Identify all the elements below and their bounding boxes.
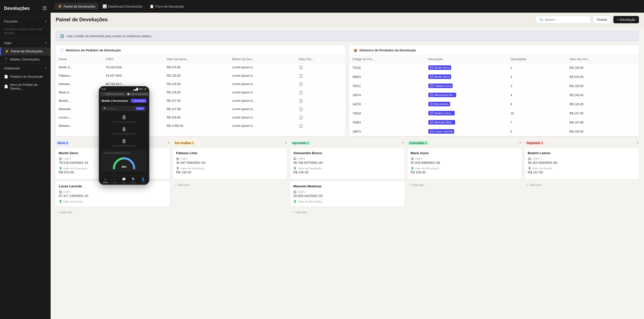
historico-pedidos-title: Histórico de Pedidos de Devolução [66, 48, 121, 52]
kanban-field-cnpj-value: 59.153.926/0001-60 [528, 161, 636, 165]
cell-nome: Maria A... [56, 88, 103, 97]
col-quantidade: Quantidade [508, 55, 567, 63]
mobile-status-bar: 9:41 ▂▄█ WiFi ⚡ [99, 87, 149, 91]
chat-icon: 💬 [122, 177, 126, 181]
kanban-add-new[interactable]: + Add new [525, 181, 639, 189]
kanban-field-cnpj-label: 🏢 CNPJ [176, 157, 284, 160]
cell-devolucao: Alessandro Bo... [425, 91, 508, 100]
nav-tab-painel[interactable]: ⚡ Painel de Devoluções [55, 3, 98, 10]
sidebar-item-itens[interactable]: 📄 Itens do Pedido de Devolu... [0, 81, 51, 92]
cell-valor-prod: R$ 130.00 [567, 82, 639, 91]
cell-valor: R$ 155.00 [164, 113, 229, 122]
search-box[interactable]: 🔍 [536, 16, 591, 23]
cell-motivo: Lorem ipsum d... [229, 63, 296, 72]
sidebar-item-painel[interactable]: ⚡ Painel de Devoluções [0, 47, 51, 55]
historico-produtos-table: Código do Pro... Devolução Quantidade Va… [349, 55, 639, 136]
kanban-add-new[interactable]: + Add new [173, 181, 287, 189]
kanban-col-title: Aprovado 2 [290, 141, 311, 145]
cell-quantidade: 2 [508, 63, 567, 72]
cell-nota[interactable]: 📋 [296, 113, 345, 122]
mobile-nav-home[interactable]: ⌂ Home [103, 177, 108, 183]
devolucao-button[interactable]: + Devolução [613, 16, 639, 23]
cell-nota[interactable]: 📋 [296, 80, 345, 88]
historico-produtos-table-wrapper: Código do Pro... Devolução Quantidade Va… [349, 55, 639, 136]
sidebar-item-mobile[interactable]: 📱 Mobile | Devoluções [0, 55, 51, 64]
cell-nota[interactable]: 📋 [296, 88, 345, 97]
kanban-col-title: Novo 3 [56, 141, 70, 145]
cell-codigo: 14578 [349, 100, 425, 109]
cell-nome: Bárbara ... [56, 122, 103, 130]
mobile-nav-tasks[interactable]: ✓ Tasks [113, 177, 117, 183]
nav-tab-dashboard[interactable]: 📊 Dashboard Devoluções [99, 3, 146, 10]
cell-nota[interactable]: 📋 [296, 63, 345, 72]
mobile-preview: 9:41 ▂▄█ WiFi ⚡ 📱 Mobile | Devoluções 📋 … [99, 86, 149, 185]
search-input[interactable] [545, 18, 587, 22]
kanban-field-cnpj-value: 48.768.647/0001-94 [293, 161, 401, 165]
mobile-stat-ano: 8 Número de Pedidos (Ano) [102, 138, 147, 147]
plus-icon: + [527, 183, 529, 187]
sidebar-item-pedidos[interactable]: 📄 Pedidos de Devolução [0, 73, 51, 81]
kanban-field-cnpj-label: 🏢 CNPJ [411, 157, 519, 160]
pedido-button[interactable]: Pedido [593, 16, 611, 24]
databases-label: Databases [4, 66, 20, 70]
cell-nome: Alessan... [56, 80, 103, 88]
cell-valor-prod: R$ 145.00 [567, 91, 639, 100]
apps-header[interactable]: Apps ▾ [0, 38, 51, 47]
cell-valor: R$ 145.00 [164, 80, 229, 88]
kanban-add-icon[interactable]: + [167, 140, 170, 146]
cnpj-icon: 🏢 [176, 157, 179, 160]
kanban-add-icon[interactable]: + [285, 140, 287, 146]
plus-icon: + [292, 211, 294, 214]
mobile-pedido-button[interactable]: Pedido [136, 107, 145, 110]
chevron-down-icon: ▾ [45, 41, 47, 45]
kanban-field-valor-label: 💲 Valor da Devolução [411, 167, 519, 170]
content-header: Painel de Devoluções 🔍 Pedido + Devoluçã… [51, 13, 644, 27]
cell-quantidade: 7 [508, 118, 567, 127]
cell-nota[interactable]: 📋 [296, 105, 345, 113]
cell-nota[interactable]: 📋 [296, 122, 345, 130]
mobile-nav-chat-label: Chat [122, 182, 126, 183]
table-icon: 📄 [4, 75, 8, 79]
cell-valor: R$ 130.00 [164, 72, 229, 80]
kanban-column: Rejeitado 1 + Beatriz Lemos 🏢 CNPJ 59.15… [525, 140, 639, 216]
kanban-field-cnpj-label: 🏢 CNPJ [528, 157, 636, 160]
cell-motivo: Lorem ipsum d... [229, 97, 296, 105]
kanban-col-title: Concluído 1 [408, 141, 429, 145]
kanban-add-new[interactable]: + Add new [408, 181, 522, 189]
mobile-stat-label-mes: Número de Pedidos (Mês) [102, 133, 147, 135]
cell-valor: R$ 2,050.00 [164, 122, 229, 130]
cell-quantidade: 4 [508, 91, 567, 100]
cell-nota[interactable]: 📋 [296, 72, 345, 80]
mobile-nav-you[interactable]: 👤 You [141, 177, 145, 183]
mobile-bottom-nav: ⌂ Home ✓ Tasks 💬 Chat 🔍 Search 👤 You [99, 176, 149, 185]
table-row: 75963 Manuela Med... 7 R$ 147.99 [349, 118, 639, 127]
nav-tab-form[interactable]: 📋 Form de Devolução [147, 3, 187, 10]
kanban-add-new[interactable]: + Add new [56, 209, 170, 216]
favorites-header[interactable]: Favorites ▾ [0, 17, 51, 26]
cell-valor-prod: R$ 155.00 [567, 127, 639, 136]
mobile-devolucao-button[interactable]: + Devolução [131, 99, 147, 103]
cell-nota[interactable]: 📋 [296, 97, 345, 105]
table-icon: 📄 [4, 85, 8, 89]
cell-nome: Beatriz ... [56, 97, 103, 105]
kanban-col-header: Rejeitado 1 + [525, 140, 639, 146]
cnpj-icon: 🏢 [59, 157, 62, 160]
kanban-add-icon[interactable]: + [402, 140, 405, 146]
favorites-section: Favorites ▾ Favorites is empty, click to… [0, 17, 51, 38]
mobile-stat-num-mes: 8 [102, 126, 147, 133]
hamburger-icon[interactable]: ☰ [43, 6, 47, 11]
kanban-add-new[interactable]: + Add new [290, 209, 404, 216]
valor-icon: 💲 [59, 167, 62, 170]
cnpj-icon: 🏢 [293, 190, 297, 193]
kanban-add-icon[interactable]: + [636, 140, 639, 146]
mobile-nav-search[interactable]: 🔍 Search [131, 177, 136, 183]
kanban-add-icon[interactable]: + [519, 140, 522, 146]
kanban-col-header: Em Análise 1 + [173, 140, 287, 146]
cnpj-icon: 🏢 [411, 157, 414, 160]
mobile-search[interactable]: 🔍 Procurar Pedido [102, 106, 147, 111]
mobile-nav-home-label: Home [103, 182, 108, 183]
databases-header[interactable]: Databases ▾ [0, 64, 51, 73]
mobile-nav-chat[interactable]: 💬 Chat [122, 177, 126, 183]
cell-valor: R$ 147.00 [164, 97, 229, 105]
cell-devolucao: Manuela Med... [425, 118, 508, 127]
